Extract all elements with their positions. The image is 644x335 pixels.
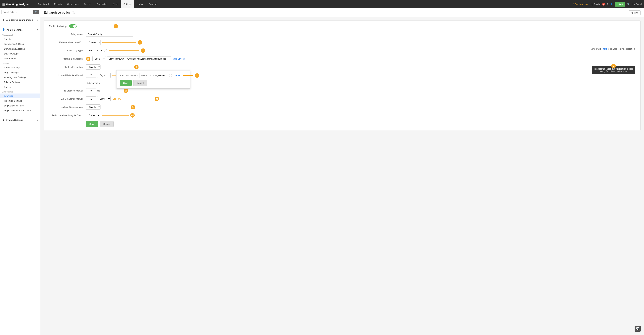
sidebar-item-threat-feeds[interactable]: Threat Feeds bbox=[0, 56, 40, 61]
zip-now-link[interactable]: Zip Now bbox=[113, 97, 121, 100]
form-cancel-button[interactable]: Cancel bbox=[100, 121, 114, 127]
log-source-header[interactable]: 🖥 Log Source Configuration ▶ bbox=[0, 17, 40, 23]
purchase-now[interactable]: ⊙ Purchase now bbox=[573, 3, 588, 5]
top-navigation: EventLog Analyzer Dashboard Reports Comp… bbox=[0, 0, 644, 8]
sidebar-item-retention-settings[interactable]: Retention Settings bbox=[0, 98, 40, 103]
more-options-link[interactable]: More Options bbox=[172, 58, 185, 60]
log-source-arrow: ▶ bbox=[37, 19, 38, 21]
nav-items: Dashboard Reports Compliance Search Corr… bbox=[35, 0, 573, 8]
archive-zip-location-type-select[interactable]: Local bbox=[92, 56, 106, 61]
sidebar-item-device-groups[interactable]: Device Groups bbox=[0, 51, 40, 56]
archive-timestamp-select[interactable]: Disable bbox=[86, 104, 100, 110]
file-creation-row: File Creation Interval hrs 8a bbox=[49, 88, 636, 93]
nav-correlation[interactable]: Correlation bbox=[94, 0, 110, 8]
sidebar-item-domain[interactable]: Domain and Accounts bbox=[0, 46, 40, 51]
log-search-label[interactable]: Log Search bbox=[632, 3, 642, 5]
top-nav-right: ⊙ Purchase now Log Receiver 4 ? 👤 + Add … bbox=[573, 2, 642, 6]
enable-archiving-toggle[interactable] bbox=[69, 24, 76, 28]
page-help-icon[interactable]: ? bbox=[72, 11, 75, 14]
step6-line bbox=[102, 67, 132, 67]
step2-indicator: 2 bbox=[102, 40, 142, 44]
sidebar-item-log-failure-alerts[interactable]: Log Collection Failure Alerts bbox=[0, 108, 40, 113]
step3-indicator: 3 bbox=[109, 48, 145, 53]
file-creation-input[interactable] bbox=[86, 88, 96, 93]
archive-timestamp-label: Archive Timestamping bbox=[49, 106, 86, 108]
flat-file-select[interactable]: Disable bbox=[86, 64, 100, 70]
form-save-button[interactable]: Save bbox=[86, 121, 98, 127]
step8d-line bbox=[102, 115, 128, 115]
archive-zip-location-row: Archive Zip Location 5a Local More Optio… bbox=[49, 56, 636, 61]
sidebar-item-privacy-settings[interactable]: Privacy Settings bbox=[0, 80, 40, 85]
popup-save-button[interactable]: Save bbox=[120, 80, 132, 86]
system-settings-header[interactable]: 🖥 System Settings ▶ bbox=[0, 117, 40, 123]
back-button[interactable]: ◀ Back bbox=[629, 10, 641, 15]
archive-zip-label: Archive Zip Location bbox=[49, 57, 86, 60]
step-6-badge: 6 bbox=[134, 65, 138, 69]
sidebar-item-working-hours[interactable]: Working Hour Settings bbox=[0, 75, 40, 80]
system-settings-label: System Settings bbox=[6, 119, 23, 121]
step4-line bbox=[183, 75, 193, 76]
step1-indicator: 1 bbox=[78, 24, 118, 28]
step-4-badge: 4 bbox=[195, 73, 199, 78]
nav-support[interactable]: Support bbox=[146, 0, 160, 8]
policy-name-label: Policy name bbox=[49, 33, 86, 35]
archive-zip-path-input[interactable] bbox=[107, 56, 171, 61]
sidebar-item-archives[interactable]: Archives bbox=[0, 93, 40, 98]
log-receiver[interactable]: Log Receiver 4 bbox=[590, 3, 605, 5]
sidebar-item-technicians[interactable]: Technicians & Roles bbox=[0, 41, 40, 46]
nav-reports[interactable]: Reports bbox=[52, 0, 65, 8]
app-logo: EventLog Analyzer bbox=[2, 3, 32, 6]
verify-link[interactable]: Verify bbox=[175, 74, 180, 77]
nav-settings[interactable]: Settings bbox=[121, 0, 134, 8]
sidebar: 🔍 🖥 Log Source Configuration ▶ 👤 Admin S… bbox=[0, 8, 40, 335]
nav-search[interactable]: Search bbox=[82, 0, 94, 8]
step-2-badge: 2 bbox=[138, 40, 142, 44]
loaded-retention-controls: Days bbox=[86, 73, 110, 78]
nav-compliance[interactable]: Compliance bbox=[64, 0, 82, 8]
sidebar-item-product-settings[interactable]: Product Settings bbox=[0, 65, 40, 70]
system-settings-section: 🖥 System Settings ▶ bbox=[0, 116, 40, 124]
bottom-buttons: Save Cancel bbox=[49, 121, 636, 127]
form-container: Note : Click here to change log index lo… bbox=[40, 17, 644, 134]
log-type-help-icon[interactable]: ? bbox=[104, 49, 107, 52]
step8c-line bbox=[102, 107, 129, 107]
admin-settings-label: Admin Settings bbox=[6, 28, 22, 31]
archive-log-type-select[interactable]: Raw Logs bbox=[86, 48, 103, 53]
retain-archive-select[interactable]: Forever bbox=[86, 40, 101, 45]
archive-form: Note : Click here to change log index lo… bbox=[44, 20, 641, 130]
sidebar-item-agents[interactable]: Agents bbox=[0, 37, 40, 41]
general-group-label: General bbox=[0, 61, 40, 65]
periodic-check-select[interactable]: Enable bbox=[86, 113, 100, 118]
search-icon[interactable]: 🔍 bbox=[627, 3, 630, 5]
chat-fab-button[interactable]: 💬 bbox=[634, 326, 641, 332]
zip-interval-input[interactable] bbox=[86, 96, 96, 101]
search-settings-button[interactable]: 🔍 bbox=[33, 10, 39, 14]
enable-archiving-row: Enable Archiving 1 bbox=[49, 24, 636, 28]
loaded-retention-unit-select[interactable]: Days bbox=[97, 73, 110, 78]
nav-logme[interactable]: LogMe bbox=[134, 0, 146, 8]
admin-settings-header[interactable]: 👤 Admin Settings ▼ bbox=[0, 27, 40, 33]
temp-file-input[interactable] bbox=[140, 73, 168, 78]
policy-name-input[interactable] bbox=[86, 32, 133, 37]
user-icon[interactable]: 👤 bbox=[610, 3, 613, 5]
periodic-check-row: Periodic Archive Integrity Check Enable … bbox=[49, 113, 636, 118]
add-button[interactable]: + Add bbox=[615, 2, 625, 6]
popup-cancel-button[interactable]: Cancel bbox=[133, 80, 147, 86]
log-source-icon: 🖥 bbox=[2, 18, 4, 21]
archive-zip-controls: 5a Local More Options bbox=[86, 56, 636, 61]
temp-help-icon[interactable]: ? bbox=[169, 74, 172, 77]
loaded-retention-input[interactable] bbox=[86, 73, 96, 78]
zip-interval-unit-select[interactable]: Days bbox=[97, 96, 110, 101]
advanced-label[interactable]: Advanced bbox=[87, 82, 98, 84]
search-settings-input[interactable] bbox=[1, 10, 33, 14]
sidebar-item-log-collection-filters[interactable]: Log Collection Filters bbox=[0, 103, 40, 108]
flat-file-row: Flat File Encryption Disable 6 bbox=[49, 64, 636, 70]
nav-alerts[interactable]: Alerts bbox=[110, 0, 121, 8]
sidebar-item-profiles[interactable]: Profiles bbox=[0, 85, 40, 89]
nav-dashboard[interactable]: Dashboard bbox=[35, 0, 52, 8]
sidebar-item-logon-settings[interactable]: Logon Settings bbox=[0, 70, 40, 75]
app-name: EventLog Analyzer bbox=[6, 3, 29, 6]
advanced-arrow-icon[interactable]: ▼ bbox=[98, 82, 100, 84]
help-button[interactable]: ? bbox=[607, 3, 608, 5]
zip-interval-label: Zip Creational Interval bbox=[49, 97, 86, 100]
